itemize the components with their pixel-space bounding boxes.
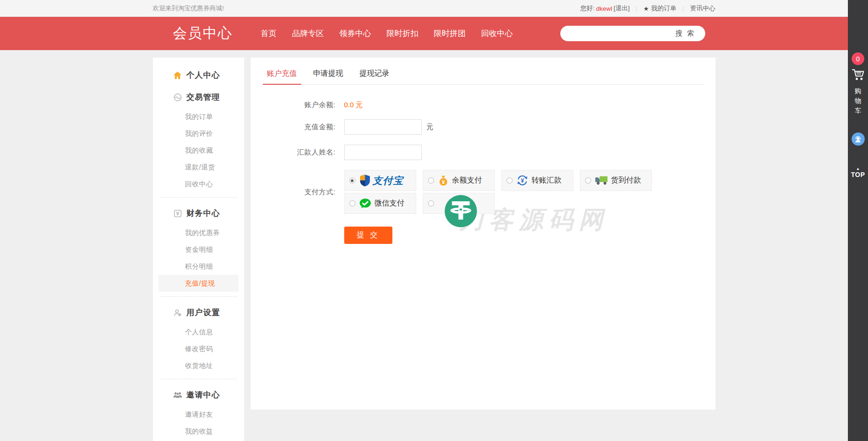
payment-option-label: 货到付款 <box>611 176 641 185</box>
tab-apply-withdraw[interactable]: 申请提现 <box>309 65 347 84</box>
divider <box>160 296 237 297</box>
wechat-icon <box>359 198 371 209</box>
usdt-tether-icon <box>444 194 477 228</box>
up-arrow-icon: ▲ <box>851 167 865 171</box>
payee-name-input[interactable] <box>344 145 422 160</box>
invite-icon <box>173 390 182 400</box>
cart-count-badge[interactable]: 0 <box>852 52 864 65</box>
sidebar-item-change-password[interactable]: 修改密码 <box>153 340 244 357</box>
radio-wechat[interactable] <box>349 200 355 206</box>
cart-icon[interactable] <box>851 68 865 83</box>
sidebar-item-shipping-address[interactable]: 收货地址 <box>153 357 244 374</box>
search-bar: 搜 索 <box>560 26 705 41</box>
customer-service-button[interactable] <box>852 132 865 146</box>
recharge-form: 账户余额: 0.0 元 充值金额: 元 汇款人姓名: 支付方式: <box>262 101 704 244</box>
sidebar-item-refund-return[interactable]: 退款/退货 <box>153 159 244 176</box>
back-to-top-button[interactable]: ▲ TOP <box>851 167 865 178</box>
payee-row: 汇款人姓名: <box>262 145 704 160</box>
payment-option-wechat[interactable]: 微信支付 <box>344 193 416 214</box>
payment-option-label: 转账汇款 <box>532 176 562 185</box>
sidebar-item-user-settings[interactable]: 用户设置 <box>153 301 244 323</box>
topbar: 欢迎来到淘宝优惠券商城! 您好: dkewl [退出] | ★ 我的订单 | 资… <box>0 0 868 17</box>
welcome-text: 欢迎来到淘宝优惠券商城! <box>153 4 224 13</box>
search-button[interactable]: 搜 索 <box>666 29 705 38</box>
sidebar-item-invite-friends[interactable]: 邀请好友 <box>153 406 244 423</box>
balance-label: 账户余额: <box>262 101 336 110</box>
payment-label: 支付方式: <box>262 188 336 197</box>
payment-option-cod[interactable]: 货到付款 <box>580 170 652 191</box>
headset-person-icon <box>854 135 862 143</box>
amount-label: 充值金额: <box>262 123 336 132</box>
main-header: 会员中心 首页 品牌专区 领券中心 限时折扣 限时拼团 回收中心 搜 索 <box>0 17 868 50</box>
nav-flash-discount[interactable]: 限时折扣 <box>387 28 419 39</box>
radio-alipay[interactable] <box>349 177 355 184</box>
nav-group-buy[interactable]: 限时拼团 <box>434 28 466 39</box>
sidebar: 个人中心 交易管理 我的订单 我的评价 我的收藏 退款/退货 回收中心 财务中心… <box>153 58 244 441</box>
sidebar-item-personal-center[interactable]: 个人中心 <box>153 64 244 86</box>
payment-option-usdt[interactable] <box>423 193 495 214</box>
sidebar-item-points-details[interactable]: 积分明细 <box>153 258 244 275</box>
payment-option-alipay[interactable]: 支付宝 <box>344 170 416 191</box>
user-settings-icon <box>173 308 182 317</box>
finance-icon <box>173 209 182 218</box>
trade-icon <box>173 93 182 102</box>
sidebar-item-my-coupons[interactable]: 我的优惠券 <box>153 224 244 241</box>
payment-row: 支付方式: 支付宝 ¥ 余额支付 <box>262 170 704 214</box>
sidebar-item-personal-info[interactable]: 个人信息 <box>153 323 244 340</box>
balance-value: 0.0 元 <box>344 101 363 110</box>
star-icon: ★ <box>644 5 649 12</box>
sidebar-item-invite-center[interactable]: 邀请中心 <box>153 384 244 406</box>
divider <box>160 197 237 198</box>
sidebar-item-recycle-center[interactable]: 回收中心 <box>153 176 244 192</box>
balance-row: 账户余额: 0.0 元 <box>262 101 704 110</box>
sidebar-item-recharge-withdraw[interactable]: 充值/提现 <box>159 275 239 292</box>
right-dock: 0 购物车 ▲ TOP <box>848 0 868 441</box>
payment-methods: 支付宝 ¥ 余额支付 ¥ 转账汇款 <box>344 170 667 214</box>
payment-option-transfer[interactable]: ¥ 转账汇款 <box>501 170 573 191</box>
main-content: 刀客源码网 账户充值 申请提现 提现记录 账户余额: 0.0 元 充值金额: 元… <box>251 58 716 410</box>
tab-withdraw-records[interactable]: 提现记录 <box>355 65 394 84</box>
svg-text:¥: ¥ <box>521 177 524 184</box>
nav-recycle-center[interactable]: 回收中心 <box>481 28 513 39</box>
radio-cod[interactable] <box>585 177 591 184</box>
sidebar-item-my-orders[interactable]: 我的订单 <box>153 108 244 125</box>
radio-transfer[interactable] <box>506 177 513 184</box>
amount-row: 充值金额: 元 <box>262 119 704 135</box>
search-input[interactable] <box>560 26 666 41</box>
cart-label[interactable]: 购物车 <box>854 86 862 116</box>
radio-usdt[interactable] <box>428 200 434 206</box>
logout-link[interactable]: [退出] <box>614 4 630 13</box>
payee-label: 汇款人姓名: <box>262 148 336 157</box>
divider: | <box>636 5 637 12</box>
divider <box>160 379 237 379</box>
radio-balance-pay[interactable] <box>428 177 434 184</box>
payment-option-balance[interactable]: ¥ 余额支付 <box>423 170 495 191</box>
nav-coupon-center[interactable]: 领券中心 <box>340 28 371 39</box>
sidebar-item-trade-management[interactable]: 交易管理 <box>153 86 244 108</box>
news-center-link[interactable]: 资讯中心 <box>690 4 716 13</box>
amount-input[interactable] <box>344 119 422 135</box>
transfer-icon: ¥ <box>516 175 528 186</box>
my-orders-link[interactable]: 我的订单 <box>651 4 676 13</box>
alipay-shield-icon <box>359 174 371 187</box>
username-link[interactable]: dkewl <box>596 5 613 12</box>
nav-brand-zone[interactable]: 品牌专区 <box>292 28 324 39</box>
sidebar-item-finance-center[interactable]: 财务中心 <box>153 202 244 224</box>
nav-home[interactable]: 首页 <box>261 28 277 39</box>
home-icon <box>173 71 182 80</box>
alipay-logo-text: 支付宝 <box>373 174 404 187</box>
page-title: 会员中心 <box>173 24 233 43</box>
sidebar-item-fund-details[interactable]: 资金明细 <box>153 241 244 258</box>
submit-button[interactable]: 提 交 <box>344 227 392 244</box>
sidebar-item-my-favorites[interactable]: 我的收藏 <box>153 142 244 159</box>
payment-option-label: 微信支付 <box>375 198 405 208</box>
divider: | <box>682 5 684 12</box>
tab-account-recharge[interactable]: 账户充值 <box>263 65 301 85</box>
sidebar-item-my-earnings[interactable]: 我的收益 <box>153 423 244 440</box>
sidebar-item-my-reviews[interactable]: 我的评价 <box>153 125 244 142</box>
cod-truck-icon <box>595 176 608 185</box>
svg-text:¥: ¥ <box>441 179 445 185</box>
greeting-text: 您好: <box>580 4 595 13</box>
payment-option-label: 余额支付 <box>452 176 482 185</box>
tab-bar: 账户充值 申请提现 提现记录 <box>262 65 704 85</box>
